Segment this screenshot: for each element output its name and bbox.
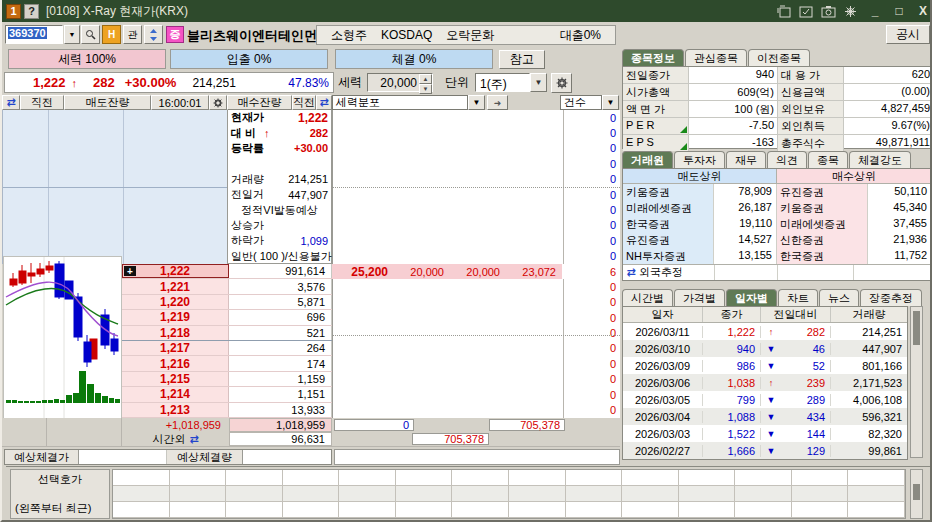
tab-뉴스[interactable]: 뉴스: [819, 289, 859, 306]
gwan-button[interactable]: 관: [123, 25, 142, 44]
bid-price[interactable]: 1,222+: [122, 264, 229, 278]
select-cell[interactable]: [509, 470, 566, 486]
select-cell[interactable]: [679, 470, 736, 486]
select-cell[interactable]: [170, 470, 227, 486]
swap-button-right[interactable]: ⇄: [316, 95, 332, 110]
select-cell[interactable]: [848, 502, 905, 518]
orderbook-settings-button[interactable]: [209, 95, 227, 110]
tab-이전종목[interactable]: 이전종목: [748, 49, 810, 66]
select-cell[interactable]: [339, 502, 396, 518]
spin-down-icon[interactable]: ▼: [419, 84, 432, 94]
select-cell[interactable]: [396, 502, 453, 518]
select-cell[interactable]: [509, 486, 566, 502]
stock-code-input[interactable]: 369370: [5, 25, 63, 44]
tab-재무[interactable]: 재무: [726, 151, 766, 168]
bid-qty[interactable]: 521: [229, 326, 332, 340]
select-scrollbar[interactable]: [910, 469, 923, 519]
sort-button[interactable]: [144, 25, 163, 44]
select-cell[interactable]: [622, 502, 679, 518]
select-cell[interactable]: [339, 486, 396, 502]
power-value-spinner[interactable]: 20,000 ▲▼: [367, 73, 433, 92]
select-cell[interactable]: [679, 502, 736, 518]
spin-up-icon[interactable]: ▲: [419, 74, 432, 84]
expected-qty-field[interactable]: [243, 450, 331, 464]
bid-qty[interactable]: 13,933: [229, 403, 332, 417]
select-cell[interactable]: [283, 486, 340, 502]
select-cell[interactable]: [452, 486, 509, 502]
bid-qty[interactable]: 1,159: [229, 372, 332, 386]
pin-window-icon[interactable]: [799, 5, 814, 18]
select-cell[interactable]: [113, 470, 170, 486]
swap-icon[interactable]: ⇄: [189, 433, 198, 446]
select-cell[interactable]: [452, 470, 509, 486]
daily-row[interactable]: 2026/03/031,522▼14482,320: [623, 425, 907, 442]
bid-qty[interactable]: 3,576: [229, 279, 332, 293]
close-button[interactable]: X: [916, 4, 930, 18]
daily-row[interactable]: 2026/02/271,666▼12999,861: [623, 442, 907, 459]
select-cell[interactable]: [566, 470, 623, 486]
bid-row[interactable]: 1,217264: [122, 341, 332, 356]
select-cell[interactable]: [170, 502, 227, 518]
daily-row[interactable]: 2026/03/111,222↑282214,251: [623, 323, 907, 340]
select-cell[interactable]: [792, 502, 849, 518]
bid-row[interactable]: 1,21313,933: [122, 403, 332, 418]
count-dropdown-button[interactable]: ▼: [602, 95, 619, 110]
bid-row[interactable]: 1,218521: [122, 326, 332, 341]
tab-차트[interactable]: 차트: [778, 289, 818, 306]
swap-icon[interactable]: ⇄: [626, 266, 635, 278]
tab-종목정보[interactable]: 종목정보: [622, 49, 684, 66]
select-cell[interactable]: [396, 470, 453, 486]
power-settings-button[interactable]: [551, 73, 572, 93]
tab-종목[interactable]: 종목: [808, 151, 848, 168]
power-apply-button[interactable]: ➜: [487, 95, 508, 110]
tab-가격별[interactable]: 가격별: [674, 289, 725, 306]
power-dropdown-button[interactable]: ▼: [468, 95, 485, 110]
search-button[interactable]: [81, 25, 100, 44]
select-cell[interactable]: [339, 470, 396, 486]
scrollbar-thumb[interactable]: [913, 311, 920, 345]
expected-price-field[interactable]: [79, 450, 167, 464]
ask-orders-area[interactable]: [2, 110, 227, 264]
select-cell[interactable]: [226, 470, 283, 486]
tab-의견[interactable]: 의견: [767, 151, 807, 168]
scrollbar-thumb[interactable]: [913, 484, 920, 500]
select-cell[interactable]: [283, 502, 340, 518]
code-dropdown-button[interactable]: ▼: [64, 25, 80, 44]
select-cell[interactable]: [226, 486, 283, 502]
select-cell[interactable]: [848, 470, 905, 486]
disclosure-button[interactable]: 공시: [886, 25, 930, 44]
bid-price[interactable]: 1,218: [122, 326, 229, 340]
select-cell[interactable]: [679, 486, 736, 502]
bid-qty[interactable]: 696: [229, 310, 332, 324]
select-cell[interactable]: [452, 502, 509, 518]
bid-row[interactable]: 1,219696: [122, 310, 332, 325]
bid-price[interactable]: 1,220: [122, 295, 229, 309]
daily-row[interactable]: 2026/03/041,088▼434596,321: [623, 408, 907, 425]
bid-price[interactable]: 1,217: [122, 341, 229, 355]
select-cell[interactable]: [622, 486, 679, 502]
daily-row[interactable]: 2026/03/09986▼52801,166: [623, 357, 907, 374]
bid-price[interactable]: 1,216: [122, 356, 229, 370]
daily-row[interactable]: 2026/03/05799▼2894,006,108: [623, 391, 907, 408]
select-quote-grid[interactable]: [112, 469, 906, 519]
bid-qty[interactable]: 1,151: [229, 387, 332, 401]
select-cell[interactable]: [735, 502, 792, 518]
select-cell[interactable]: [566, 502, 623, 518]
plus-icon[interactable]: +: [124, 266, 136, 276]
daily-scrollbar[interactable]: [910, 306, 923, 458]
maximize-button[interactable]: □: [892, 4, 906, 18]
reference-button[interactable]: 참고: [499, 50, 545, 69]
bid-row[interactable]: 1,2213,576: [122, 279, 332, 294]
tab-시간별[interactable]: 시간별: [622, 289, 673, 306]
tab-일자별[interactable]: 일자별: [726, 289, 777, 306]
select-cell[interactable]: [566, 486, 623, 502]
bid-price[interactable]: 1,214: [122, 387, 229, 401]
bid-price[interactable]: 1,221: [122, 279, 229, 293]
bid-price[interactable]: 1,213: [122, 403, 229, 417]
bid-qty[interactable]: 5,871: [229, 295, 332, 309]
unit-select[interactable]: 1(주) ▼: [475, 73, 547, 92]
bid-price[interactable]: 1,219: [122, 310, 229, 324]
tab-거래원[interactable]: 거래원: [622, 151, 673, 168]
unit-dropdown-button[interactable]: ▼: [530, 73, 547, 92]
bid-row[interactable]: 1,216174: [122, 356, 332, 371]
